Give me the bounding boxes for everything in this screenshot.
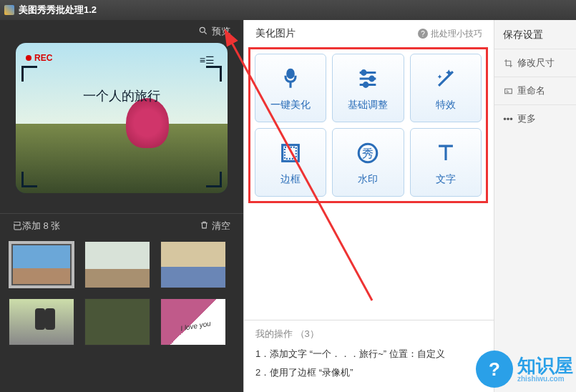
app-title: 美图秀秀批处理1.2 [19,4,97,16]
tool-one-click-beautify[interactable]: 一键美化 [255,54,326,122]
operations-panel: 我的操作 （3） 1．添加文字 “一个．．．旅行~” 位置：自定义 2．使用了边… [244,320,494,392]
rec-label: REC [34,53,52,63]
thumbnail[interactable] [160,298,226,346]
center-panel: 美化图片 ? 批处理小技巧 一键美化 基础调整 特效 [243,20,494,392]
app-logo-icon [4,5,14,15]
flower-icon [278,64,303,93]
svg-point-0 [200,27,205,32]
added-count-label: 已添加 8 张 [13,220,60,232]
preview-button[interactable]: 预览 [212,25,230,38]
item-label: 修改尺寸 [517,57,555,69]
tool-label: 文字 [436,173,456,186]
right-panel: 保存设置 修改尺寸 重命名 ••• 更多 [494,20,576,392]
tool-text[interactable]: 文字 [410,128,482,197]
tips-link[interactable]: ? 批处理小技巧 [418,28,482,40]
clear-label: 清空 [212,220,230,232]
stamp-icon: 秀 [356,139,380,167]
svg-point-2 [370,77,374,81]
clear-button[interactable]: 清空 [200,220,230,232]
operation-item: 1．添加文字 “一个．．．旅行~” 位置：自定义 [255,348,482,361]
tool-label: 一键美化 [270,99,311,112]
tool-label: 基础调整 [348,99,388,112]
resize-button[interactable]: 修改尺寸 [494,49,576,77]
thumbnail[interactable] [84,298,150,346]
rename-button[interactable]: 重命名 [494,77,576,104]
svg-point-3 [364,83,368,87]
wand-icon [434,64,458,93]
tool-watermark[interactable]: 秀 水印 [332,128,404,197]
titlebar: 美图秀秀批处理1.2 [0,0,576,20]
more-button[interactable]: ••• 更多 [494,104,576,132]
operation-item: 2．使用了边框 “录像机” [255,366,482,379]
thumbnail[interactable] [9,298,74,346]
tool-basic-adjust[interactable]: 基础调整 [332,54,404,122]
thumbnail-grid [0,237,243,350]
crop-icon [503,59,513,68]
thumbnail[interactable] [160,241,226,288]
right-header: 保存设置 [494,20,576,49]
watermark-brand: 知识屋 [517,356,573,375]
main-preview-image: REC ≡☰ 一个人的旅行 [16,43,228,193]
watermark-logo: ? 知识屋 zhishiwu.com [476,351,573,388]
center-header: 美化图片 [255,27,296,40]
svg-rect-5 [285,147,296,159]
more-icon: ••• [503,114,513,124]
thumbnail[interactable] [9,241,74,288]
tool-label: 边框 [280,173,301,186]
sliders-icon [356,64,380,93]
item-label: 重命名 [517,84,545,97]
svg-rect-8 [504,89,512,94]
tool-border[interactable]: 边框 [255,128,326,197]
item-label: 更多 [517,112,536,125]
frame-icon [278,139,303,167]
thumbnail[interactable] [84,241,150,288]
svg-point-1 [362,71,366,75]
svg-text:秀: 秀 [362,147,374,160]
tool-effects[interactable]: 特效 [410,54,482,122]
tips-label: 批处理小技巧 [431,28,482,40]
operations-title: 我的操作 （3） [255,328,482,340]
help-icon: ? [418,29,428,39]
rename-icon [503,87,513,96]
watermark-icon: ? [476,351,513,388]
image-caption: 一个人的旅行 [16,87,228,104]
tool-label: 特效 [436,99,456,112]
tool-grid-highlight: 一键美化 基础调整 特效 边框 秀 水印 [248,47,488,203]
text-icon [434,139,458,167]
tool-label: 水印 [358,173,378,186]
trash-icon [200,220,209,232]
left-panel: 预览 REC ≡☰ 一个人的旅行 已添加 8 张 清空 [0,20,243,392]
preview-icon [198,26,208,38]
